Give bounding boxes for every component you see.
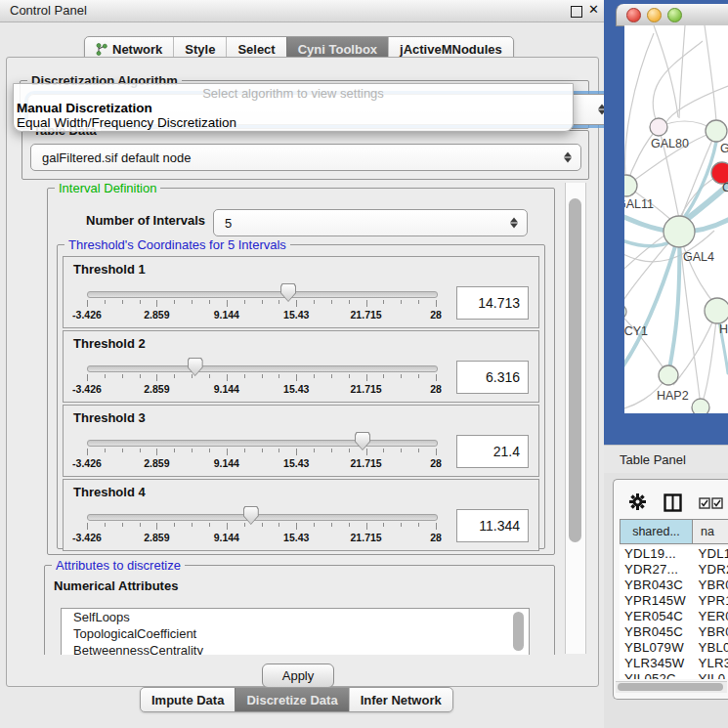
threshold-value-field[interactable]: 21.4: [456, 435, 529, 468]
tick-mark: [314, 374, 315, 378]
slider-handle[interactable]: [188, 358, 203, 376]
tick-mark: [262, 374, 263, 378]
close-icon[interactable]: ✕: [588, 2, 599, 17]
zoom-traffic-light-icon[interactable]: [667, 8, 682, 22]
threshold-label: Threshold 2: [73, 336, 146, 351]
network-node-green[interactable]: [659, 365, 678, 385]
checkbox-icon[interactable]: [699, 497, 710, 509]
cell-shared-name[interactable]: YBL079W: [620, 640, 698, 656]
cell-shared-name[interactable]: YDR27...: [620, 562, 698, 578]
table-row[interactable]: YBR045CYBR0: [620, 624, 728, 640]
cell-name[interactable]: YER0: [698, 609, 728, 624]
threshold-value-field[interactable]: 11.344: [456, 509, 529, 542]
number-of-intervals-select[interactable]: 5: [213, 209, 528, 236]
network-node-green[interactable]: [705, 298, 728, 323]
cell-name[interactable]: YBR0: [698, 578, 728, 593]
slider-handle[interactable]: [243, 506, 259, 525]
gear-icon[interactable]: [629, 493, 646, 510]
column-header-shared[interactable]: shared...: [620, 519, 693, 544]
threshold-slider[interactable]: -3.4262.8599.14415.4321.71528: [87, 282, 436, 323]
thresholds-group-label: Threshold's Coordinates for 5 Intervals: [64, 237, 290, 252]
cell-name[interactable]: YPR1: [698, 593, 728, 609]
interval-definition-label: Interval Definition: [55, 182, 160, 195]
table-row[interactable]: YPR145WYPR1: [620, 593, 728, 609]
attributes-list-scrollbar[interactable]: [512, 610, 526, 653]
columns-icon[interactable]: [664, 493, 682, 512]
float-window-icon[interactable]: [571, 6, 582, 18]
table-row[interactable]: YBR043CYBR0: [620, 578, 728, 593]
slider-track[interactable]: [87, 514, 438, 521]
attribute-list-item[interactable]: BetweennessCentrality: [62, 642, 529, 655]
table-row[interactable]: YDR27...YDR2: [620, 562, 728, 578]
cell-shared-name[interactable]: YER054C: [620, 609, 698, 624]
network-node-green[interactable]: [692, 399, 709, 413]
slider-handle[interactable]: [280, 283, 296, 302]
network-node-green[interactable]: [624, 175, 637, 196]
threshold-slider[interactable]: -3.4262.8599.14415.4321.71528: [87, 431, 436, 472]
tick-label: -3.426: [72, 457, 102, 469]
tick-mark: [209, 523, 210, 527]
network-node-pink[interactable]: [650, 118, 667, 136]
close-traffic-light-icon[interactable]: [626, 8, 641, 22]
cell-shared-name[interactable]: YDL19...: [620, 546, 698, 562]
popup-item-manual-discretization[interactable]: Manual Discretization: [17, 101, 152, 115]
table-row[interactable]: YDL19...YDL1: [620, 546, 728, 562]
tick-mark: [331, 374, 332, 378]
cell-shared-name[interactable]: YIL052C: [620, 671, 698, 679]
table-data-select[interactable]: galFiltered.sif default node: [30, 144, 581, 171]
cell-name[interactable]: YBL0: [698, 640, 728, 656]
cell-name[interactable]: YDR2: [698, 562, 728, 578]
popup-item-equal-width[interactable]: Equal Width/Frequency Discretization: [17, 115, 236, 130]
settings-vertical-scrollbar[interactable]: [565, 183, 586, 654]
tab-impute-data[interactable]: Impute Data: [141, 688, 235, 711]
cell-name[interactable]: YDL1: [698, 546, 728, 562]
tab-discretize-data[interactable]: Discretize Data: [235, 688, 348, 711]
popup-placeholder-item[interactable]: Select algorithm to view settings: [14, 86, 573, 101]
network-canvas[interactable]: GAL80GACGAL11GAL4GCY1HHAP2: [624, 25, 728, 413]
tick-mark: [349, 300, 350, 304]
table-row[interactable]: YBL079WYBL0: [620, 640, 728, 656]
tab-label: Infer Network: [361, 693, 442, 707]
slider-handle[interactable]: [355, 432, 370, 450]
cell-shared-name[interactable]: YBR043C: [620, 578, 698, 593]
cell-name[interactable]: YBR0: [698, 624, 728, 640]
numerical-attributes-list[interactable]: SelfLoopsTopologicalCoefficientBetweenne…: [61, 608, 530, 655]
network-node-green[interactable]: [706, 120, 727, 142]
cell-shared-name[interactable]: YPR145W: [620, 593, 698, 609]
table-horizontal-scrollbar[interactable]: [616, 681, 727, 693]
tick-mark: [366, 300, 367, 307]
table-row[interactable]: YLR345WYLR3: [620, 656, 728, 671]
tab-infer-network[interactable]: Infer Network: [349, 688, 452, 711]
table-row[interactable]: YIL052CYIL0: [620, 671, 728, 679]
tick-mark: [383, 523, 384, 527]
tick-mark: [105, 374, 106, 378]
threshold-slider[interactable]: -3.4262.8599.14415.4321.71528: [87, 505, 436, 546]
tick-mark: [192, 300, 193, 304]
threshold-slider[interactable]: -3.4262.8599.14415.4321.71528: [87, 357, 436, 398]
attribute-list-item[interactable]: TopologicalCoefficient: [62, 625, 529, 642]
tick-mark: [349, 523, 350, 527]
stepper-icon: [510, 218, 518, 229]
cell-name[interactable]: YIL0: [698, 671, 728, 679]
tick-mark: [296, 449, 297, 455]
tick-mark: [401, 374, 402, 378]
cell-name[interactable]: YLR3: [698, 656, 728, 671]
cell-shared-name[interactable]: YLR345W: [620, 656, 698, 671]
network-window-titlebar: [616, 4, 728, 26]
network-node-green[interactable]: [664, 216, 695, 247]
slider-track[interactable]: [87, 440, 438, 447]
slider-track[interactable]: [87, 291, 438, 298]
network-node-green[interactable]: [624, 304, 626, 320]
column-header-name[interactable]: na: [693, 519, 728, 544]
minimize-traffic-light-icon[interactable]: [647, 8, 662, 22]
threshold-value-field[interactable]: 6.316: [456, 361, 529, 394]
attribute-list-item[interactable]: SelfLoops: [62, 609, 529, 625]
table-row[interactable]: YER054CYER0: [620, 609, 728, 624]
apply-button[interactable]: Apply: [262, 664, 334, 688]
tick-label: 15.43: [283, 383, 309, 395]
attributes-group-label: Attributes to discretize: [52, 558, 185, 573]
checkbox-icon[interactable]: [711, 497, 723, 509]
cell-shared-name[interactable]: YBR045C: [620, 624, 698, 640]
threshold-value-field[interactable]: 14.713: [456, 286, 529, 320]
slider-track[interactable]: [87, 365, 438, 372]
